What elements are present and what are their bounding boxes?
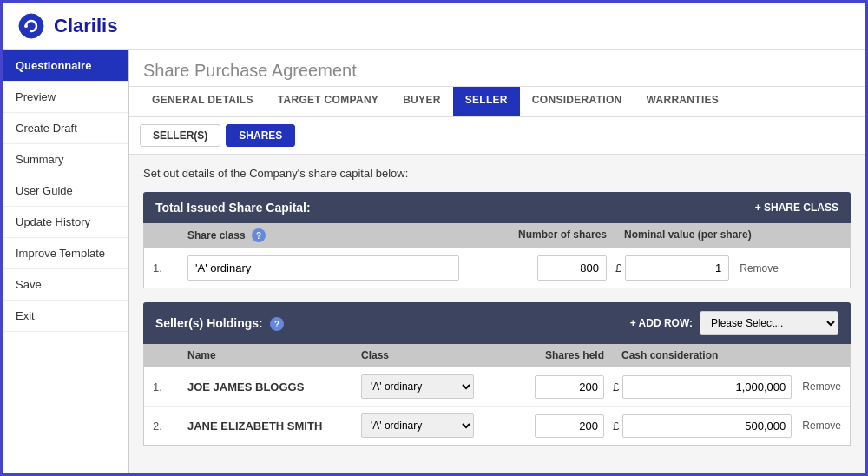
nominal-value-wrap: £ Remove (615, 255, 841, 281)
sub-tabs: SELLER(S) SHARES (129, 117, 865, 155)
app-name: Clarilis (54, 15, 117, 37)
sellers-holdings-help-icon[interactable]: ? (270, 317, 284, 331)
col-header-cash-consideration: Cash consideration (613, 349, 841, 361)
sub-tab-shares[interactable]: SHARES (226, 124, 295, 147)
section1-table: Share class ? Number of shares Nominal v… (143, 223, 851, 288)
cash-input-1[interactable] (622, 375, 792, 399)
tab-buyer[interactable]: BUYER (391, 87, 453, 116)
table-row: 1. JOE JAMES BLOGGS 'A' ordinary (144, 367, 850, 406)
sidebar-item-save[interactable]: Save (3, 269, 128, 301)
row-num-1: 1. (153, 261, 187, 274)
add-share-class-button[interactable]: + SHARE CLASS (755, 202, 838, 214)
logo-icon (17, 12, 45, 40)
row2-class-select-2[interactable]: 'A' ordinary (361, 413, 474, 438)
col-header-class: Class (361, 349, 500, 361)
section2-title: Seller(s) Holdings: (155, 316, 263, 330)
main-content: Set out details of the Company's share c… (129, 155, 865, 473)
tab-target-company[interactable]: TARGET COMPANY (266, 87, 391, 116)
row2-num-2: 2. (153, 420, 187, 433)
sidebar: Questionnaire Preview Create Draft Summa… (3, 50, 129, 473)
share-class-input[interactable] (187, 255, 459, 281)
pound-sign-1: £ (615, 261, 621, 274)
sidebar-item-improve-template[interactable]: Improve Template (3, 238, 128, 269)
sidebar-item-questionnaire[interactable]: Questionnaire (3, 50, 128, 82)
col-header-share-class: Share class ? (187, 228, 459, 242)
sellers-holdings-section: Seller(s) Holdings: ? + ADD ROW: Please … (143, 302, 851, 446)
sidebar-item-user-guide[interactable]: User Guide (3, 175, 128, 207)
num-shares-input[interactable] (537, 255, 607, 281)
svg-point-0 (19, 14, 43, 38)
section2-table: Name Class Shares held Cash consideratio… (143, 344, 851, 446)
shares-held-input-1[interactable] (535, 375, 604, 399)
pound-sign-2: £ (613, 380, 619, 393)
table-row: 2. JANE ELIZABETH SMITH 'A' ordinary (144, 406, 850, 445)
app-header: Clarilis (3, 3, 865, 50)
section1-title: Total Issued Share Capital: (155, 201, 311, 215)
tab-warranties[interactable]: WARRANTIES (635, 87, 732, 116)
tab-seller[interactable]: SELLER (453, 87, 520, 116)
col-header-num-shares: Number of shares (459, 228, 615, 242)
main-tabs: GENERAL DETAILS TARGET COMPANY BUYER SEL… (129, 87, 865, 117)
table-row: 1. £ Remove (144, 248, 850, 288)
sidebar-item-update-history[interactable]: Update History (3, 207, 128, 238)
remove-row2-1-button[interactable]: Remove (795, 380, 841, 393)
add-row-label: + ADD ROW: (630, 317, 693, 329)
share-class-input-wrap (187, 255, 459, 281)
tab-general-details[interactable]: GENERAL DETAILS (140, 87, 266, 116)
total-issued-share-capital-section: Total Issued Share Capital: + SHARE CLAS… (143, 192, 851, 288)
col-header-shares-held: Shares held (500, 349, 613, 361)
section1-header: Total Issued Share Capital: + SHARE CLAS… (143, 192, 851, 223)
col-header-num (153, 228, 187, 242)
col-header-name: Name (187, 349, 361, 361)
sidebar-item-summary[interactable]: Summary (3, 144, 128, 175)
row2-class-select-1[interactable]: 'A' ordinary (361, 374, 474, 399)
row2-name-2: JANE ELIZABETH SMITH (187, 420, 361, 433)
section1-col-headers: Share class ? Number of shares Nominal v… (144, 223, 850, 248)
sub-tab-sellers[interactable]: SELLER(S) (140, 124, 220, 147)
main-panel: Share Purchase Agreement GENERAL DETAILS… (129, 50, 865, 473)
sidebar-item-exit[interactable]: Exit (3, 301, 128, 332)
svg-point-1 (24, 24, 28, 28)
row2-num-1: 1. (153, 380, 187, 393)
add-row-select[interactable]: Please Select... 'A' ordinary (700, 311, 838, 335)
col-header-nominal-value: Nominal value (per share) (615, 228, 841, 242)
nominal-value-input[interactable] (625, 255, 729, 281)
instruction-text: Set out details of the Company's share c… (143, 167, 851, 180)
remove-row2-2-button[interactable]: Remove (795, 420, 841, 432)
share-class-help-icon[interactable]: ? (252, 228, 266, 242)
cash-input-2[interactable] (622, 414, 792, 438)
section2-col-headers: Name Class Shares held Cash consideratio… (144, 344, 850, 367)
row2-name-1: JOE JAMES BLOGGS (187, 380, 361, 393)
page-title: Share Purchase Agreement (129, 50, 865, 87)
sidebar-item-create-draft[interactable]: Create Draft (3, 113, 128, 144)
pound-sign-3: £ (613, 420, 619, 433)
shares-held-input-2[interactable] (535, 414, 604, 438)
sidebar-item-preview[interactable]: Preview (3, 82, 128, 113)
section2-header: Seller(s) Holdings: ? + ADD ROW: Please … (143, 302, 851, 344)
remove-row1-button[interactable]: Remove (733, 262, 779, 274)
tab-consideration[interactable]: CONSIDERATION (520, 87, 635, 116)
